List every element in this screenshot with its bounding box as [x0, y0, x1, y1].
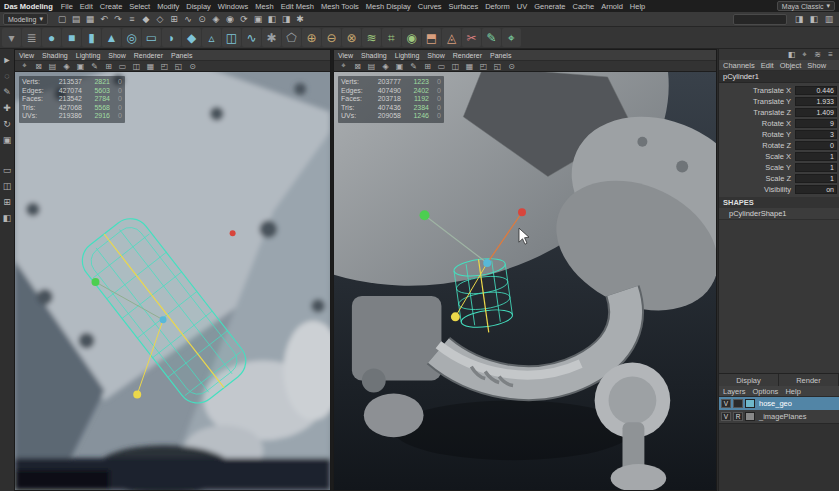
grid-icon[interactable]: ⊞ — [102, 61, 115, 72]
open-scene-icon[interactable]: ▤ — [69, 13, 83, 26]
channel-box-menu-item[interactable]: Channels — [723, 61, 755, 70]
axis-handle-center[interactable] — [483, 259, 491, 267]
isolate-select-icon[interactable]: ⊙ — [505, 61, 518, 72]
attribute-value-field[interactable]: 1.409 — [795, 108, 837, 117]
camera-attributes-icon[interactable]: ▤ — [365, 61, 378, 72]
menu-item[interactable]: Edit — [80, 2, 93, 11]
channel-speed-icon[interactable]: ≋ — [812, 50, 823, 60]
multi-cut-icon[interactable]: ✂ — [462, 28, 481, 47]
sidebar-toggle-tool-settings-icon[interactable]: ◧ — [807, 13, 821, 26]
attribute-value-field[interactable]: 0 — [795, 141, 837, 150]
snap-to-plane-icon[interactable]: ◈ — [209, 13, 223, 26]
safe-action-icon[interactable]: ◰ — [477, 61, 490, 72]
boolean-union-icon[interactable]: ⊕ — [302, 28, 321, 47]
render-settings-icon[interactable]: ✱ — [293, 13, 307, 26]
pin-channel-icon[interactable]: ⌖ — [799, 50, 810, 60]
menu-item[interactable]: Deform — [485, 2, 510, 11]
poly-disc-icon[interactable]: ◗ — [162, 28, 181, 47]
resolution-gate-icon[interactable]: ◫ — [449, 61, 462, 72]
layout-four-pane-icon[interactable]: ⊞ — [1, 195, 14, 208]
menu-item[interactable]: Curves — [418, 2, 442, 11]
channel-box-menu-item[interactable]: Edit — [761, 61, 774, 70]
viewport-right-scene[interactable]: Verts: 203777 1223 0 Edges: 407490 2402 … — [334, 72, 716, 490]
layer-editor-tab[interactable]: Render — [779, 374, 839, 386]
attribute-value-field[interactable]: 3 — [795, 130, 837, 139]
menu-item[interactable]: Cache — [572, 2, 594, 11]
axis-handle-green[interactable] — [92, 278, 100, 286]
menu-item[interactable]: Create — [100, 2, 123, 11]
layout-two-pane-icon[interactable]: ◫ — [1, 179, 14, 192]
safe-title-icon[interactable]: ◱ — [172, 61, 185, 72]
axis-handle-green[interactable] — [420, 210, 430, 220]
viewport-right[interactable]: ViewShadingLightingShowRendererPanels ⌖⊠… — [333, 49, 717, 491]
target-weld-icon[interactable]: ⌖ — [502, 28, 521, 47]
save-scene-icon[interactable]: ▦ — [83, 13, 97, 26]
attribute-value-field[interactable]: 1 — [795, 163, 837, 172]
select-camera-icon[interactable]: ⌖ — [18, 61, 31, 72]
poly-plane-icon[interactable]: ▭ — [142, 28, 161, 47]
render-frame-icon[interactable]: ◧ — [265, 13, 279, 26]
rotate-tool-icon[interactable]: ↻ — [1, 117, 14, 130]
bookmarks-icon[interactable]: ◈ — [379, 61, 392, 72]
poly-pipe-icon[interactable]: ◫ — [222, 28, 241, 47]
bookmarks-icon[interactable]: ◈ — [60, 61, 73, 72]
attribute-value-field[interactable]: 9 — [795, 119, 837, 128]
menu-item[interactable]: Display — [186, 2, 211, 11]
panel-menu-item[interactable]: Panels — [490, 52, 511, 59]
poly-sphere-icon[interactable]: ● — [42, 28, 61, 47]
shape-node-name[interactable]: pCylinderShape1 — [719, 208, 839, 219]
quad-draw-icon[interactable]: ✎ — [482, 28, 501, 47]
layer-menu-item[interactable]: Layers — [723, 387, 746, 396]
sidebar-toggle-channel-box-icon[interactable]: ▥ — [822, 13, 836, 26]
panel-menu-item[interactable]: Renderer — [453, 52, 482, 59]
layer-menu-item[interactable]: Options — [753, 387, 779, 396]
menu-item[interactable]: Select — [129, 2, 150, 11]
layer-color-swatch[interactable] — [745, 399, 755, 408]
panel-menu-item[interactable]: View — [19, 52, 34, 59]
extrude-icon[interactable]: ⬒ — [422, 28, 441, 47]
axis-handle-active[interactable] — [133, 390, 141, 398]
smooth-icon[interactable]: ◉ — [402, 28, 421, 47]
axis-handle-active[interactable] — [451, 312, 460, 321]
film-gate-icon[interactable]: ▭ — [116, 61, 129, 72]
menu-item[interactable]: Arnold — [601, 2, 623, 11]
layer-type-toggle[interactable]: R — [733, 412, 743, 421]
panel-menu-item[interactable]: Renderer — [134, 52, 163, 59]
gate-mask-icon[interactable]: ▦ — [463, 61, 476, 72]
select-object-icon[interactable]: ◆ — [139, 13, 153, 26]
poly-torus-icon[interactable]: ◎ — [122, 28, 141, 47]
layer-visibility-toggle[interactable]: V — [721, 412, 731, 421]
menu-item[interactable]: Help — [630, 2, 645, 11]
boolean-intersect-icon[interactable]: ⊗ — [342, 28, 361, 47]
axis-handle-red[interactable] — [518, 208, 526, 216]
grid-icon[interactable]: ⊞ — [421, 61, 434, 72]
layout-single-pane-icon[interactable]: ▭ — [1, 163, 14, 176]
new-scene-icon[interactable]: ▢ — [55, 13, 69, 26]
layer-row[interactable]: V hose_geo — [719, 397, 839, 410]
panel-menu-item[interactable]: Panels — [171, 52, 192, 59]
safe-title-icon[interactable]: ◱ — [491, 61, 504, 72]
render-view-icon[interactable]: ▣ — [251, 13, 265, 26]
viewport-canvas[interactable] — [15, 72, 330, 490]
undo-icon[interactable]: ↶ — [97, 13, 111, 26]
quick-entry-field[interactable] — [733, 14, 787, 25]
panel-menu-item[interactable]: Lighting — [76, 52, 101, 59]
snap-to-curve-icon[interactable]: ∿ — [181, 13, 195, 26]
image-plane-icon[interactable]: ▣ — [74, 61, 87, 72]
panel-menu-item[interactable]: Show — [427, 52, 445, 59]
channel-box-menu-item[interactable]: Show — [807, 61, 826, 70]
poly-platonic-icon[interactable]: ◆ — [182, 28, 201, 47]
paint-select-tool-icon[interactable]: ✎ — [1, 85, 14, 98]
ipr-render-icon[interactable]: ◨ — [279, 13, 293, 26]
layer-menu-item[interactable]: Help — [785, 387, 800, 396]
panel-menu-item[interactable]: Shading — [42, 52, 68, 59]
channel-box-menu-item[interactable]: Object — [780, 61, 802, 70]
panel-menu-item[interactable]: View — [338, 52, 353, 59]
channel-sliders-icon[interactable]: ◧ — [786, 50, 797, 60]
select-component-icon[interactable]: ◇ — [153, 13, 167, 26]
select-camera-icon[interactable]: ⌖ — [337, 61, 350, 72]
scale-tool-icon[interactable]: ▣ — [1, 133, 14, 146]
snap-to-grid-icon[interactable]: ⊞ — [167, 13, 181, 26]
select-hierarchy-icon[interactable]: ≡ — [125, 13, 139, 26]
menu-item[interactable]: Surfaces — [449, 2, 479, 11]
